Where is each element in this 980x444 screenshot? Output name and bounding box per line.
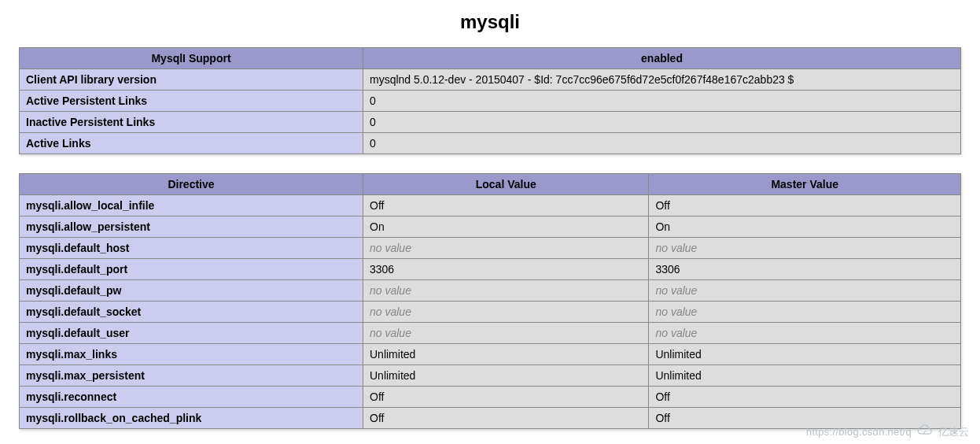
directive-master-value: Off: [649, 408, 961, 429]
info-row-value: 0: [363, 112, 961, 133]
directive-name: mysqli.rollback_on_cached_plink: [20, 408, 363, 429]
table-row: mysqli.allow_persistentOnOn: [20, 216, 961, 238]
directive-master-value: On: [649, 216, 961, 238]
dir-header-master: Master Value: [649, 174, 961, 195]
directive-name: mysqli.max_persistent: [20, 365, 363, 387]
directive-master-value: Unlimited: [649, 365, 961, 387]
info-row-key: Client API library version: [20, 69, 363, 91]
table-row: mysqli.default_hostno valueno value: [20, 238, 961, 259]
directive-name: mysqli.default_host: [20, 238, 363, 259]
table-row: mysqli.default_socketno valueno value: [20, 302, 961, 323]
dir-header-local: Local Value: [363, 174, 649, 195]
table-row: Client API library versionmysqlnd 5.0.12…: [20, 69, 961, 91]
directive-local-value: Off: [363, 195, 649, 216]
info-row-value: 0: [363, 91, 961, 112]
dir-header-directive: Directive: [20, 174, 363, 195]
directive-local-value: Unlimited: [363, 344, 649, 365]
table-row: mysqli.default_userno valueno value: [20, 323, 961, 344]
table-row: mysqli.default_pwno valueno value: [20, 280, 961, 302]
directive-name: mysqli.default_port: [20, 259, 363, 280]
directive-master-value: no value: [649, 238, 961, 259]
directive-master-value: no value: [649, 302, 961, 323]
table-row: mysqli.max_persistentUnlimitedUnlimited: [20, 365, 961, 387]
no-value-text: no value: [370, 284, 411, 297]
info-header-support: MysqlI Support: [20, 48, 363, 69]
directive-name: mysqli.max_links: [20, 344, 363, 365]
info-row-value: 0: [363, 133, 961, 154]
directive-master-value: 3306: [649, 259, 961, 280]
directive-name: mysqli.reconnect: [20, 387, 363, 408]
directive-local-value: no value: [363, 280, 649, 302]
directive-master-value: Off: [649, 387, 961, 408]
info-row-key: Inactive Persistent Links: [20, 112, 363, 133]
table-row: Inactive Persistent Links0: [20, 112, 961, 133]
table-row: mysqli.reconnectOffOff: [20, 387, 961, 408]
no-value-text: no value: [655, 327, 697, 339]
table-row: mysqli.rollback_on_cached_plinkOffOff: [20, 408, 961, 429]
directive-master-value: Off: [649, 195, 961, 216]
info-row-key: Active Persistent Links: [20, 91, 363, 112]
no-value-text: no value: [370, 327, 411, 339]
directive-local-value: Off: [363, 408, 649, 429]
table-row: Active Persistent Links0: [20, 91, 961, 112]
directive-name: mysqli.allow_local_infile: [20, 195, 363, 216]
table-row: mysqli.allow_local_infileOffOff: [20, 195, 961, 216]
directive-local-value: Off: [363, 387, 649, 408]
directive-name: mysqli.allow_persistent: [20, 216, 363, 238]
directive-local-value: no value: [363, 238, 649, 259]
directive-local-value: 3306: [363, 259, 649, 280]
info-row-value: mysqlnd 5.0.12-dev - 20150407 - $Id: 7cc…: [363, 69, 961, 91]
no-value-text: no value: [370, 305, 411, 318]
table-row: Active Links0: [20, 133, 961, 154]
section-title: mysqli: [19, 11, 961, 33]
directive-master-value: Unlimited: [649, 344, 961, 365]
directive-name: mysqli.default_user: [20, 323, 363, 344]
no-value-text: no value: [655, 284, 697, 297]
no-value-text: no value: [655, 242, 697, 254]
directive-master-value: no value: [649, 280, 961, 302]
no-value-text: no value: [370, 242, 411, 254]
info-row-key: Active Links: [20, 133, 363, 154]
table-row: mysqli.max_linksUnlimitedUnlimited: [20, 344, 961, 365]
table-row: mysqli.default_port33063306: [20, 259, 961, 280]
directive-local-value: Unlimited: [363, 365, 649, 387]
directive-name: mysqli.default_pw: [20, 280, 363, 302]
no-value-text: no value: [655, 305, 697, 318]
directive-name: mysqli.default_socket: [20, 302, 363, 323]
directive-local-value: no value: [363, 323, 649, 344]
mysqli-support-table: MysqlI Support enabled Client API librar…: [19, 47, 961, 154]
directive-local-value: On: [363, 216, 649, 238]
mysqli-directives-table: Directive Local Value Master Value mysql…: [19, 173, 961, 429]
directive-local-value: no value: [363, 302, 649, 323]
info-header-enabled: enabled: [363, 48, 961, 69]
directive-master-value: no value: [649, 323, 961, 344]
